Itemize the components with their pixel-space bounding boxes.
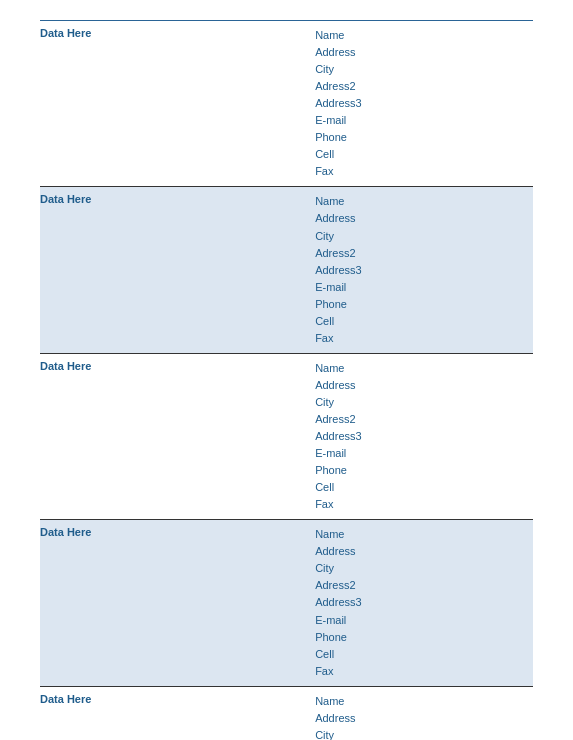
field-label: Fax (315, 330, 533, 347)
field-label: City (315, 394, 533, 411)
field-label: Address3 (315, 262, 533, 279)
field-label: City (315, 727, 533, 740)
field-label: E-mail (315, 445, 533, 462)
field-label: Name (315, 193, 533, 210)
field-label: Phone (315, 462, 533, 479)
field-label: Address (315, 710, 533, 727)
field-label: Adress2 (315, 577, 533, 594)
data-cell: Data Here (40, 187, 311, 353)
field-label: Adress2 (315, 411, 533, 428)
field-label: Phone (315, 129, 533, 146)
field-label: Address3 (315, 594, 533, 611)
fields-cell: NameAddressCityAdress2Address3E-mailPhon… (311, 686, 533, 740)
field-label: E-mail (315, 112, 533, 129)
data-cell: Data Here (40, 686, 311, 740)
fields-cell: NameAddressCityAdress2Address3E-mailPhon… (311, 520, 533, 686)
field-label: Fax (315, 663, 533, 680)
fields-cell: NameAddressCityAdress2Address3E-mailPhon… (311, 353, 533, 519)
field-label: Name (315, 360, 533, 377)
field-label: Name (315, 526, 533, 543)
table-row: Data HereNameAddressCityAdress2Address3E… (40, 353, 533, 519)
field-label: Name (315, 27, 533, 44)
field-label: Phone (315, 296, 533, 313)
field-label: Cell (315, 313, 533, 330)
field-label: Address (315, 377, 533, 394)
field-label: E-mail (315, 612, 533, 629)
data-cell: Data Here (40, 21, 311, 187)
table-row: Data HereNameAddressCityAdress2Address3E… (40, 21, 533, 187)
field-label: Address (315, 210, 533, 227)
table-row: Data HereNameAddressCityAdress2Address3E… (40, 686, 533, 740)
data-cell: Data Here (40, 353, 311, 519)
table-row: Data HereNameAddressCityAdress2Address3E… (40, 520, 533, 686)
field-label: Fax (315, 496, 533, 513)
data-cell: Data Here (40, 520, 311, 686)
table-row: Data HereNameAddressCityAdress2Address3E… (40, 187, 533, 353)
field-label: E-mail (315, 279, 533, 296)
field-label: Address (315, 44, 533, 61)
field-label: City (315, 61, 533, 78)
fields-cell: NameAddressCityAdress2Address3E-mailPhon… (311, 21, 533, 187)
field-label: Address3 (315, 95, 533, 112)
contact-table: Data HereNameAddressCityAdress2Address3E… (40, 20, 533, 740)
field-label: Cell (315, 646, 533, 663)
field-label: City (315, 560, 533, 577)
field-label: Adress2 (315, 245, 533, 262)
field-label: Name (315, 693, 533, 710)
field-label: Phone (315, 629, 533, 646)
field-label: Cell (315, 479, 533, 496)
field-label: Adress2 (315, 78, 533, 95)
field-label: Cell (315, 146, 533, 163)
page: Data HereNameAddressCityAdress2Address3E… (0, 0, 573, 740)
field-label: Address3 (315, 428, 533, 445)
field-label: City (315, 228, 533, 245)
fields-cell: NameAddressCityAdress2Address3E-mailPhon… (311, 187, 533, 353)
field-label: Address (315, 543, 533, 560)
field-label: Fax (315, 163, 533, 180)
